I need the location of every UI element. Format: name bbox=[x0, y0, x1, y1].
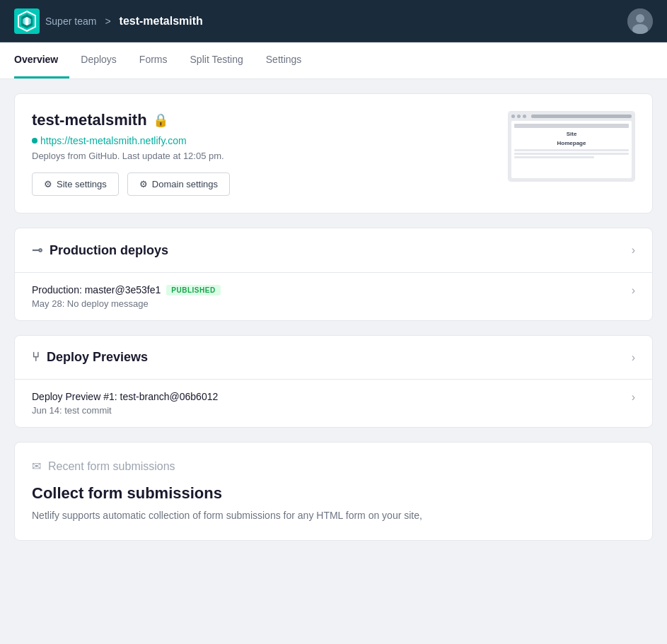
lock-icon: 🔒 bbox=[153, 112, 168, 128]
site-settings-button[interactable]: ⚙ Site settings bbox=[32, 172, 119, 196]
preview-dot-1 bbox=[511, 115, 515, 118]
site-settings-label: Site settings bbox=[57, 179, 107, 189]
preview-line-1 bbox=[514, 149, 629, 151]
preview-title-text: Deploy Preview #1: test-branch@06b6012 bbox=[32, 391, 218, 402]
site-info: test-metalsmith 🔒 https://test-metalsmit… bbox=[32, 111, 230, 196]
preview-dot-3 bbox=[523, 115, 526, 118]
preview-heading: Homepage bbox=[557, 140, 586, 146]
domain-settings-label: Domain settings bbox=[152, 179, 218, 189]
gear-icon: ⚙ bbox=[44, 179, 52, 189]
preview-item-title: Deploy Preview #1: test-branch@06b6012 bbox=[32, 391, 218, 402]
nav-item-deploys[interactable]: Deploys bbox=[69, 42, 128, 78]
preview-bar bbox=[511, 115, 632, 118]
form-section-header: ✉ Recent form submissions bbox=[32, 459, 635, 473]
site-preview: Site Homepage bbox=[508, 111, 635, 182]
site-name: test-metalsmith bbox=[120, 15, 203, 28]
nav: Overview Deploys Forms Split Testing Set… bbox=[0, 42, 667, 79]
production-deploy-item[interactable]: Production: master@3e53fe1 PUBLISHED May… bbox=[15, 273, 652, 320]
domain-icon: ⚙ bbox=[139, 179, 148, 189]
deploy-previews-card: ⑂ Deploy Previews › Deploy Preview #1: t… bbox=[14, 335, 653, 428]
nav-item-overview[interactable]: Overview bbox=[14, 42, 69, 78]
collect-desc: Netlify supports automatic collection of… bbox=[32, 508, 635, 523]
avatar[interactable] bbox=[627, 8, 653, 34]
header-left: Super team > test-metalsmith bbox=[14, 8, 203, 34]
team-name: Super team bbox=[45, 16, 96, 27]
site-info-card: test-metalsmith 🔒 https://test-metalsmit… bbox=[14, 93, 653, 213]
site-card-inner: test-metalsmith 🔒 https://test-metalsmit… bbox=[15, 94, 652, 213]
deploy-item-title: Production: master@3e53fe1 PUBLISHED bbox=[32, 284, 221, 295]
site-title-text: test-metalsmith bbox=[32, 111, 147, 129]
nav-item-split-testing[interactable]: Split Testing bbox=[179, 42, 255, 78]
preview-date: Jun 14: test commit bbox=[32, 405, 218, 416]
site-title: test-metalsmith 🔒 bbox=[32, 111, 230, 129]
deploy-item-info: Production: master@3e53fe1 PUBLISHED May… bbox=[32, 284, 221, 309]
domain-settings-button[interactable]: ⚙ Domain settings bbox=[127, 172, 230, 196]
production-deploys-card: ⊸ Production deploys › Production: maste… bbox=[14, 228, 653, 321]
pr-icon: ⑂ bbox=[32, 350, 40, 365]
deploy-info: Deploys from GitHub. Last update at 12:0… bbox=[32, 151, 230, 161]
email-icon: ✉ bbox=[32, 459, 41, 473]
content: test-metalsmith 🔒 https://test-metalsmit… bbox=[0, 79, 667, 644]
collect-title: Collect form submissions bbox=[32, 484, 635, 503]
deploy-title-text: Production: master@3e53fe1 bbox=[32, 284, 161, 295]
deploy-preview-item[interactable]: Deploy Preview #1: test-branch@06b6012 J… bbox=[15, 380, 652, 427]
preview-item-chevron-icon: › bbox=[632, 391, 635, 404]
preview-mockup: Site Homepage bbox=[509, 112, 634, 181]
button-group: ⚙ Site settings ⚙ Domain settings bbox=[32, 172, 230, 196]
preview-line-2 bbox=[514, 153, 629, 155]
published-badge: PUBLISHED bbox=[166, 285, 220, 295]
url-status-dot bbox=[32, 138, 37, 144]
preview-title-bar bbox=[514, 124, 629, 128]
deploy-date: May 28: No deploy message bbox=[32, 298, 221, 309]
netlify-logo bbox=[14, 8, 40, 34]
site-url-link[interactable]: https://test-metalsmith.netlify.com bbox=[32, 135, 230, 146]
form-section-title: Recent form submissions bbox=[48, 460, 175, 473]
deploy-previews-title: ⑂ Deploy Previews bbox=[32, 350, 148, 365]
production-deploys-header[interactable]: ⊸ Production deploys › bbox=[15, 228, 652, 273]
preview-address-bar bbox=[531, 115, 632, 118]
deploy-previews-label: Deploy Previews bbox=[47, 350, 148, 365]
header-separator: > bbox=[105, 16, 110, 27]
preview-dot-2 bbox=[517, 115, 521, 118]
preview-line-3 bbox=[514, 156, 594, 158]
preview-content: Site Homepage bbox=[511, 121, 632, 178]
form-submissions-card: ✉ Recent form submissions Collect form s… bbox=[14, 442, 653, 541]
commits-icon: ⊸ bbox=[32, 242, 42, 258]
preview-item-info: Deploy Preview #1: test-branch@06b6012 J… bbox=[32, 391, 218, 416]
deploy-previews-header[interactable]: ⑂ Deploy Previews › bbox=[15, 336, 652, 380]
production-deploys-label: Production deploys bbox=[50, 243, 168, 258]
site-url-text: https://test-metalsmith.netlify.com bbox=[40, 135, 187, 146]
production-deploys-title: ⊸ Production deploys bbox=[32, 242, 168, 258]
nav-item-settings[interactable]: Settings bbox=[255, 42, 313, 78]
header: Super team > test-metalsmith bbox=[0, 0, 667, 42]
deploy-chevron-icon: › bbox=[632, 284, 635, 297]
svg-point-7 bbox=[636, 14, 644, 23]
chevron-right-icon: › bbox=[632, 244, 635, 257]
previews-chevron-right-icon: › bbox=[632, 351, 635, 364]
preview-title: Site bbox=[567, 131, 577, 137]
nav-item-forms[interactable]: Forms bbox=[128, 42, 179, 78]
preview-text-lines bbox=[514, 149, 629, 160]
